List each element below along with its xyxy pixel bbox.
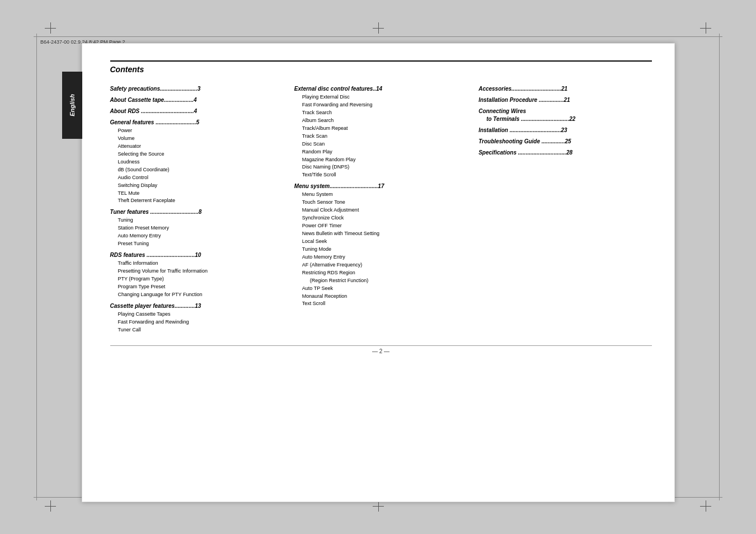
- item-auto-memory: Auto Memory Entry: [110, 232, 283, 240]
- item-disc-naming: Disc Naming (DNPS): [294, 163, 467, 171]
- item-af: AF (Alternative Frequency): [294, 261, 467, 269]
- page-number: — 2 —: [372, 348, 389, 354]
- side-tab: English: [62, 72, 82, 139]
- item-track-search: Track Search: [294, 109, 467, 117]
- section-rds: About RDS ..............................…: [110, 107, 283, 115]
- section-cassette-player: Cassette player features.............13: [110, 302, 283, 310]
- item-changing-language: Changing Language for PTY Function: [110, 291, 283, 299]
- column-3: Accessories.............................…: [478, 82, 651, 334]
- reg-mark-br: [700, 500, 711, 512]
- item-manual-clock: Manual Clock Adjustment: [294, 207, 467, 214]
- item-audio-control: Audio Control: [110, 174, 283, 182]
- item-text-scroll: Text Scroll: [294, 300, 467, 308]
- item-track-scan: Track Scan: [294, 133, 467, 140]
- item-ff-reversing: Fast Forwarding and Reversing: [294, 101, 467, 109]
- item-station-preset: Station Preset Memory: [110, 224, 283, 232]
- item-magazine-random: Magazine Random Play: [294, 156, 467, 164]
- reg-mark-tr: [700, 22, 711, 34]
- section-rds-features: RDS features ...........................…: [110, 251, 283, 259]
- item-tuner-call: Tuner Call: [110, 326, 283, 334]
- item-restricting-rds: Restricting RDS Region: [294, 269, 467, 277]
- page-wrapper: B64-2437-00 02.9.24 8:42 PM Page 2 Engli…: [0, 0, 756, 534]
- side-tab-label: English: [69, 94, 76, 116]
- document: English Contents Safety precautions.....…: [82, 43, 675, 502]
- edge-line-right: [719, 34, 720, 500]
- edge-line-left: [36, 34, 37, 500]
- item-menu-system: Menu System: [294, 191, 467, 199]
- item-region-restrict: (Region Restrict Function): [294, 277, 467, 285]
- item-tel-mute: TEL Mute: [110, 190, 283, 198]
- item-playing-ext-disc: Playing External Disc: [294, 93, 467, 101]
- item-ff-rewinding: Fast Forwarding and Rewinding: [110, 318, 283, 326]
- item-tuning-mode: Tuning Mode: [294, 246, 467, 254]
- item-db: dB (Sound Coordinate): [110, 166, 283, 174]
- column-1: Safety precautions......................…: [110, 82, 294, 334]
- section-external-disc: External disc control features..14: [294, 85, 467, 93]
- item-preset-tuning: Preset Tuning: [110, 240, 283, 248]
- item-attenuator: Attenuator: [110, 143, 283, 151]
- section-troubleshooting: Troubleshooting Guide ...............25: [478, 138, 651, 146]
- section-installation: Installation ...........................…: [478, 127, 651, 134]
- section-cassette-tape: About Cassette tape...................4: [110, 96, 283, 104]
- column-2: External disc control features..14 Playi…: [294, 82, 478, 334]
- section-menu: Menu system.............................…: [294, 182, 467, 190]
- item-program-type-preset: Program Type Preset: [110, 283, 283, 291]
- item-pty: PTY (Program Type): [110, 275, 283, 283]
- section-general: General features .......................…: [110, 119, 283, 127]
- reg-mark-bc: [373, 500, 384, 512]
- item-power: Power: [110, 127, 283, 135]
- item-local-seek: Local Seek: [294, 238, 467, 246]
- item-auto-tp-seek: Auto TP Seek: [294, 285, 467, 293]
- reg-mark-tl: [45, 22, 56, 34]
- item-sync-clock: Synchronize Clock: [294, 214, 467, 222]
- item-text-title-scroll: Text/Title Scroll: [294, 171, 467, 179]
- item-volume: Volume: [110, 135, 283, 143]
- item-selecting-source: Selecting the Source: [110, 151, 283, 158]
- item-album-search: Album Search: [294, 117, 467, 125]
- bottom-area: — 2 —: [110, 345, 652, 354]
- item-random-play: Random Play: [294, 148, 467, 156]
- section-safety: Safety precautions......................…: [110, 85, 283, 93]
- item-playing-tapes: Playing Cassette Tapes: [110, 311, 283, 318]
- item-switching-display: Switching Display: [110, 182, 283, 190]
- item-monaural: Monaural Reception: [294, 293, 467, 301]
- section-to-terminals: to Terminals ...........................…: [478, 115, 651, 123]
- reg-mark-tc: [373, 22, 384, 34]
- item-track-album-repeat: Track/Album Repeat: [294, 125, 467, 133]
- item-power-off-timer: Power OFF Timer: [294, 222, 467, 230]
- item-touch-sensor: Touch Sensor Tone: [294, 199, 467, 207]
- item-disc-scan: Disc Scan: [294, 140, 467, 148]
- section-specifications: Specifications .........................…: [478, 149, 651, 157]
- item-news-bulletin: News Bulletin with Timeout Setting: [294, 230, 467, 238]
- top-rule: [110, 60, 652, 62]
- columns-container: Safety precautions......................…: [110, 82, 652, 334]
- section-connecting-wires: Connecting Wires: [478, 107, 651, 115]
- item-auto-memory-entry: Auto Memory Entry: [294, 254, 467, 261]
- edge-line-top: [34, 36, 722, 37]
- item-loudness: Loudness: [110, 158, 283, 166]
- section-tuner: Tuner features .........................…: [110, 208, 283, 216]
- section-installation-procedure: Installation Procedure ................2…: [478, 96, 651, 104]
- item-traffic-info: Traffic Information: [110, 260, 283, 268]
- doc-content: Contents Safety precautions.............…: [82, 44, 674, 371]
- reg-mark-bl: [45, 500, 56, 512]
- section-accessories: Accessories.............................…: [478, 85, 651, 93]
- item-presetting-volume: Presetting Volume for Traffic Informatio…: [110, 268, 283, 275]
- contents-title: Contents: [110, 65, 652, 74]
- item-tuning: Tuning: [110, 217, 283, 224]
- item-theft: Theft Deterrent Faceplate: [110, 197, 283, 205]
